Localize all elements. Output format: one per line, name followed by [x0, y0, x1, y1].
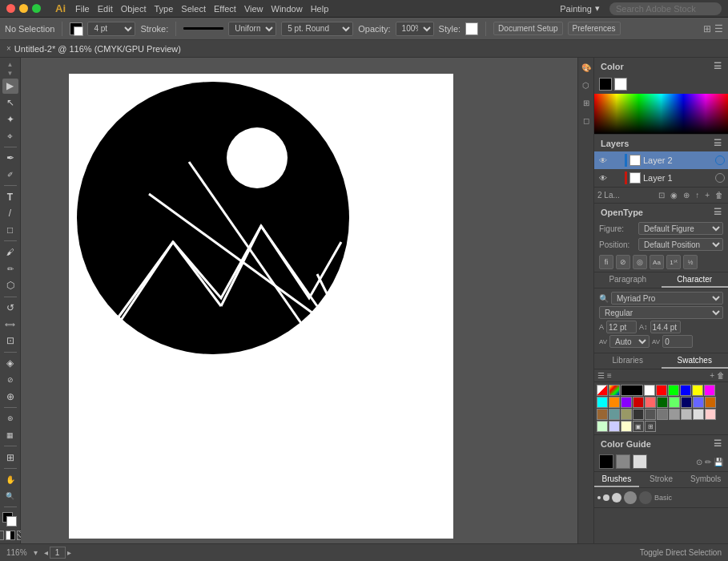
menu-select[interactable]: Select [181, 4, 206, 14]
layer-1-visibility[interactable]: 👁 [597, 172, 609, 184]
color-guide-options-icon[interactable]: ☰ [714, 438, 722, 449]
artboard-number-input[interactable] [50, 547, 66, 559]
brush-style-select[interactable]: Uniform [228, 22, 276, 36]
tab-brushes[interactable]: Brushes [594, 472, 639, 487]
cg-swatch-1[interactable] [599, 454, 613, 469]
eyedropper-tool-button[interactable]: ⊘ [2, 372, 18, 387]
style-color-box[interactable] [465, 22, 478, 35]
swatch-green[interactable] [668, 385, 679, 396]
color-guide-save-icon[interactable]: 💾 [714, 458, 723, 466]
white-swatch[interactable] [614, 78, 627, 91]
delete-swatch-btn[interactable]: 🗑 [717, 371, 725, 380]
artboard-next-button[interactable]: ▸ [67, 548, 71, 557]
ot-icon-1[interactable]: fi [599, 255, 613, 269]
swatch-olive[interactable] [621, 409, 632, 420]
layer-1-target[interactable] [715, 173, 725, 183]
opacity-select[interactable]: 100% [396, 22, 434, 36]
layers-panel-icon[interactable]: ⬡ [580, 79, 593, 91]
line-tool-button[interactable]: / [2, 206, 18, 221]
black-swatch[interactable] [599, 78, 612, 91]
swatch-darkgray[interactable] [633, 409, 644, 420]
normal-mode-button[interactable] [0, 531, 4, 540]
close-button[interactable] [6, 4, 15, 13]
ot-icon-5[interactable]: 1ˢᵗ [666, 255, 681, 269]
brush-dot-3[interactable] [612, 491, 621, 504]
rotate-tool-button[interactable]: ↺ [2, 301, 18, 316]
tab-swatches[interactable]: Swatches [662, 353, 729, 369]
magic-wand-tool-button[interactable]: ✦ [2, 111, 18, 127]
minimize-button[interactable] [19, 4, 28, 13]
locate-object-button[interactable]: ◉ [669, 190, 679, 200]
white-swatch-grid[interactable] [644, 385, 655, 396]
swatch-teal[interactable] [609, 409, 620, 420]
swatch-silver[interactable] [681, 409, 692, 420]
menu-file[interactable]: File [75, 4, 90, 14]
cg-swatch-2[interactable] [616, 454, 630, 469]
swatches-menu-btn[interactable]: ☰ [597, 371, 605, 380]
lasso-tool-button[interactable]: ⌖ [2, 128, 18, 143]
layer-2-visibility[interactable]: 👁 [597, 155, 609, 166]
color-guide-wheel-icon[interactable]: ⊙ [696, 458, 702, 466]
menu-object[interactable]: Object [121, 4, 147, 14]
fill-stroke-selector[interactable] [2, 512, 18, 527]
color-panel-icon[interactable]: 🎨 [580, 61, 593, 74]
make-clipping-mask-button[interactable]: ⊡ [657, 190, 666, 200]
color-options-icon[interactable]: ☰ [714, 61, 722, 71]
swatch-darkgreen[interactable] [657, 397, 668, 408]
zoom-dropdown-icon[interactable]: ▾ [34, 548, 38, 557]
menu-effect[interactable]: Effect [214, 4, 236, 14]
swatch-lightred[interactable] [645, 397, 656, 408]
swatch-magenta[interactable] [704, 385, 715, 396]
none-swatch[interactable] [597, 385, 608, 396]
swatch-folder-btn[interactable]: ▣ [633, 421, 644, 432]
tab-paragraph[interactable]: Paragraph [594, 272, 662, 288]
swatch-gray[interactable] [657, 409, 668, 420]
stroke-width-select[interactable]: 4 pt1 pt2 pt6 pt [87, 22, 135, 36]
document-setup-button[interactable]: Document Setup [493, 22, 563, 35]
workspace-selector[interactable]: Painting ▾ [560, 3, 600, 14]
swatch-lightblue[interactable] [693, 397, 704, 408]
kerning-input[interactable] [662, 335, 693, 348]
menu-edit[interactable]: Edit [98, 4, 113, 14]
move-selection-button[interactable]: ↑ [694, 190, 701, 200]
tab-close-button[interactable]: × [6, 44, 11, 53]
color-gradient[interactable] [594, 94, 728, 134]
swatch-darkblue[interactable] [681, 397, 692, 408]
hand-tool-button[interactable]: ✋ [2, 472, 18, 487]
black-swatch-grid[interactable] [621, 385, 643, 396]
menu-window[interactable]: Window [271, 4, 303, 14]
layer-row-2[interactable]: 👁 Layer 2 [594, 151, 728, 169]
search-input[interactable] [609, 2, 722, 15]
shaper-tool-button[interactable]: ⬡ [2, 278, 18, 293]
leading-input[interactable] [650, 321, 681, 333]
font-size-input[interactable] [606, 321, 637, 333]
graph-tool-button[interactable]: ▦ [2, 428, 18, 443]
new-layer-button[interactable]: + [703, 190, 711, 200]
maximize-button[interactable] [32, 4, 41, 13]
pencil-tool-button[interactable]: ✏ [2, 261, 18, 276]
swatch-mintlight[interactable] [597, 421, 608, 432]
swatches-list-btn[interactable]: ≡ [607, 371, 612, 380]
swatch-medgray[interactable] [645, 409, 656, 420]
swatch-lightgray[interactable] [669, 409, 680, 420]
brush-dot-4[interactable] [624, 491, 637, 504]
align-panel-icon[interactable]: ⊞ [580, 96, 593, 109]
ot-icon-4[interactable]: Aa [650, 255, 664, 269]
free-transform-tool-button[interactable]: ⊡ [2, 333, 18, 349]
swatch-orange[interactable] [609, 397, 620, 408]
layer-2-lock[interactable] [611, 155, 622, 166]
tab-symbols[interactable]: Symbols [683, 472, 728, 487]
brush-dot-5[interactable] [639, 491, 652, 504]
brush-dot-2[interactable] [603, 491, 609, 504]
blend-tool-button[interactable]: ⊕ [2, 389, 18, 404]
fill-indicator[interactable] [70, 22, 82, 35]
preferences-button[interactable]: Preferences [568, 22, 621, 35]
swatch-cyan[interactable] [597, 397, 608, 408]
menu-type[interactable]: Type [155, 4, 174, 14]
tab-stroke[interactable]: Stroke [639, 472, 684, 487]
layers-options-icon[interactable]: ☰ [714, 138, 722, 148]
font-family-select[interactable]: Myriad Pro [611, 292, 723, 305]
artboard-prev-button[interactable]: ◂ [44, 548, 48, 557]
brush-dot-1[interactable] [597, 491, 601, 504]
menu-view[interactable]: View [244, 4, 263, 14]
